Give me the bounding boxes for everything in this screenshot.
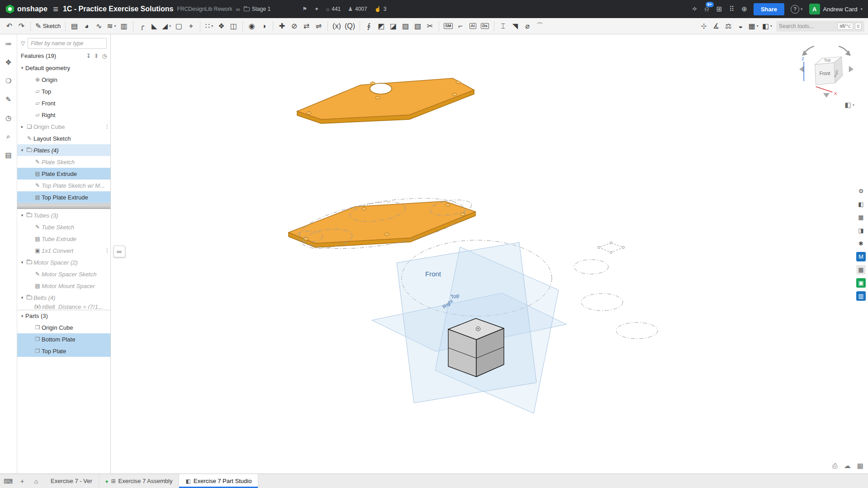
keyboard-shortcuts-icon[interactable]: ⌨ [2,475,14,487]
color-app-icon[interactable]: ▦ [856,265,866,275]
sweep-icon[interactable]: ∿ [93,19,104,33]
tab-exercise7-partstudio[interactable]: ◧ Exercise 7 Part Studio [179,474,258,488]
configuration-icon[interactable]: (Q) [343,19,356,33]
search-tools-input[interactable]: Search tools... alt/⌥ c [776,21,864,32]
parts-section-header[interactable]: ▾ Parts (3) [17,310,110,322]
graphics-area[interactable]: Front Top Right ≔ [111,34,868,474]
onshape-logo[interactable]: onshape [5,5,47,14]
helix-icon[interactable]: ∮ [363,19,375,33]
scene-3d[interactable]: Front Top Right [111,34,868,474]
hole-icon[interactable]: ⌖ [185,19,197,33]
gusset-icon[interactable]: ◥ [510,19,521,33]
configurations-panel-icon[interactable]: ⚙ [856,186,866,196]
top-plate-part[interactable] [297,78,474,123]
feature-menu-icon[interactable]: ⋮ [104,247,110,254]
origin-cube-part[interactable] [448,318,504,377]
pan-left-arrow-icon[interactable] [799,66,804,72]
boolean-icon[interactable]: ◉ [246,19,257,33]
feature-plate-extrude[interactable]: ▤ Plate Extrude [17,168,110,180]
feature-motor-spacer-sketch[interactable]: ✎ Motor Spacer Sketch [17,268,110,280]
view-settings-icon[interactable]: ◧ ▾ [761,19,773,33]
bend-icon[interactable]: ⌒ [534,19,545,33]
learning-center-icon[interactable]: ✦ [314,6,319,12]
feature-history-icon[interactable]: ◷ [102,53,107,59]
library-app-icon[interactable]: ▥ [856,291,866,301]
extrude-icon[interactable]: ▤ [69,19,80,33]
add-tab-button[interactable]: + [16,475,28,487]
variable-icon[interactable]: (x) [331,19,342,33]
fillet-icon[interactable]: ╭ [137,19,148,33]
feature-list-icon[interactable]: ≔ [3,38,14,50]
toolbox-app-icon[interactable]: ▣ [856,278,866,288]
feature-layout-sketch[interactable]: ✎ Layout Sketch [17,133,110,144]
move-face-icon[interactable]: ⇄ [301,19,312,33]
share-button[interactable]: Share [754,3,784,15]
appearance-panel-icon[interactable]: ◧ [856,199,866,209]
loft-icon[interactable]: ≋ ▾ [105,19,117,33]
comments-icon[interactable]: ❍ [3,75,14,87]
expand-caret-icon[interactable]: ▾ [19,213,25,218]
feature-default-geometry[interactable]: ▾ Default geometry [17,62,110,74]
feature-belt-distance-variable[interactable]: (x) #Belt_Distance = (7/1... [17,303,110,309]
butterfly-app-icon[interactable]: ✱ [856,239,866,248]
classroom-flag-icon[interactable]: ⚑ [302,6,307,12]
rollback-end-icon[interactable]: ↧ [86,53,90,59]
toolbar-separator[interactable] [133,21,133,31]
viewcube-front-label[interactable]: Front [820,71,830,76]
expand-caret-icon[interactable]: ▾ [19,260,25,265]
folder-tubes[interactable]: ▾ Tubes (3) [17,209,110,221]
search-panel-icon[interactable]: ⌕ [3,131,14,142]
filter-input[interactable] [28,38,107,49]
dropdown-caret-icon[interactable]: ▾ [169,24,171,28]
rotate-right-arrow-icon[interactable] [839,46,850,56]
thicken-icon[interactable]: ▥ [119,19,130,33]
toolbar-separator[interactable] [65,21,66,31]
parts-caret-icon[interactable]: ▾ [19,314,25,318]
toolbar-separator[interactable] [327,21,328,31]
follower-count[interactable]: ♟ 4007 [348,6,367,12]
notes-icon[interactable]: ▤ [3,149,14,161]
viewcube-top-label[interactable]: Top [824,57,831,62]
materials-app-icon[interactable]: M [856,252,866,261]
design-studio-icon[interactable]: Ds [479,19,491,33]
expand-caret-icon[interactable]: ▸ [19,124,25,129]
named-views-panel-icon[interactable]: ▦ [856,213,866,222]
surface-extrude-icon[interactable]: ◩ [375,19,387,33]
flange-icon[interactable]: ⌐ [455,19,466,33]
feature-flyout-button[interactable]: ≔ [114,246,125,257]
rotate-left-arrow-icon[interactable] [802,46,814,56]
undo-icon[interactable]: ↶ [4,19,15,33]
community-icon[interactable]: ⊕ [741,5,747,13]
dropdown-caret-icon[interactable]: ▾ [757,24,759,28]
toolbar-separator[interactable] [200,21,200,31]
redo-icon[interactable]: ↷ [16,19,27,33]
feature-menu-icon[interactable]: ⋮ [104,123,110,130]
offset-surface-icon[interactable]: ▧ [412,19,423,33]
sectioning-panel-icon[interactable]: ◨ [856,226,866,235]
dropdown-caret-icon[interactable]: ▾ [770,24,772,28]
display-options-icon[interactable]: ▦ ▾ [747,19,760,33]
rollback-bar[interactable] [17,204,110,209]
draft-icon[interactable]: ◢ ▾ [161,19,172,33]
toolbar-separator[interactable] [494,21,494,31]
feature-1x1-convert[interactable]: ▣ 1x1 Convert ⋮ [17,245,110,256]
feature-top-plane[interactable]: ▱ Top [17,85,110,97]
feature-plate-sketch[interactable]: ✎ Plate Sketch [17,156,110,168]
expand-caret-icon[interactable]: ▾ [19,148,25,152]
view-cube[interactable]: Front Top Right Z X [797,41,856,100]
sync-status-icon[interactable]: ☁ [844,462,851,470]
toolbar-separator[interactable] [30,21,31,31]
shell-icon[interactable]: ▢ [173,19,185,33]
toolbar-separator[interactable] [242,21,243,31]
fill-surface-icon[interactable]: ▨ [400,19,411,33]
bottom-plate-part[interactable] [289,201,475,247]
revolve-icon[interactable]: ◕ [81,19,92,33]
mate-connector-icon[interactable]: ⊹ [698,19,710,33]
linear-pattern-icon[interactable]: ∷ ▾ [204,19,215,33]
view-options-button[interactable]: ◧ ▾ [844,101,854,109]
feature-origin[interactable]: ⊕ Origin [17,74,110,85]
frame-icon[interactable]: ⌶ [498,19,509,33]
panel-layout-icon[interactable]: ▦ [857,462,863,470]
sheet-metal-icon[interactable]: SM [442,19,454,33]
feature-top-plate-extrude[interactable]: ▤ Top Plate Extrude [17,191,110,203]
